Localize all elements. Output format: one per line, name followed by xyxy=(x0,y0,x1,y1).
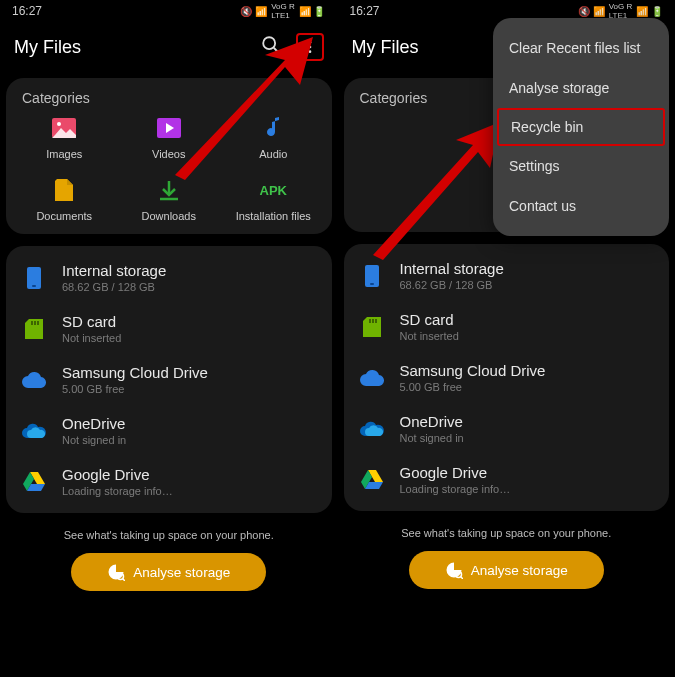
storage-gdrive[interactable]: Google DriveLoading storage info… xyxy=(6,456,332,507)
status-indicators: 🔇 📶 VoG RLTE1 📶 🔋 xyxy=(240,2,325,20)
categories-title: Categories xyxy=(22,90,326,106)
video-icon xyxy=(155,114,183,142)
category-videos[interactable]: Videos xyxy=(117,114,222,160)
svg-point-0 xyxy=(263,37,275,49)
onedrive-icon xyxy=(22,419,46,443)
storage-samsung-cloud[interactable]: Samsung Cloud Drive5.00 GB free xyxy=(6,354,332,405)
overflow-menu: Clear Recent files list Analyse storage … xyxy=(493,18,669,236)
svg-line-1 xyxy=(273,48,278,53)
more-menu-button[interactable] xyxy=(296,33,324,61)
app-title: My Files xyxy=(352,37,419,58)
sd-icon xyxy=(360,315,384,339)
storage-internal[interactable]: Internal storage68.62 GB / 128 GB xyxy=(6,252,332,303)
storage-card: Internal storage68.62 GB / 128 GB SD car… xyxy=(344,244,670,511)
download-icon xyxy=(155,176,183,204)
gdrive-icon xyxy=(22,470,46,494)
svg-point-4 xyxy=(308,50,311,53)
status-time: 16:27 xyxy=(12,4,42,18)
storage-onedrive[interactable]: OneDriveNot signed in xyxy=(344,403,670,454)
svg-line-23 xyxy=(461,577,463,579)
search-icon[interactable] xyxy=(260,34,282,60)
analyse-icon xyxy=(107,563,125,581)
menu-clear-recent[interactable]: Clear Recent files list xyxy=(493,28,669,68)
storage-gdrive[interactable]: Google DriveLoading storage info… xyxy=(344,454,670,505)
storage-onedrive[interactable]: OneDriveNot signed in xyxy=(6,405,332,456)
menu-recycle-bin[interactable]: Recycle bin xyxy=(497,108,665,146)
svg-rect-12 xyxy=(31,321,33,325)
svg-line-16 xyxy=(123,579,125,581)
svg-point-2 xyxy=(308,41,311,44)
analyse-icon xyxy=(445,561,463,579)
phone-right: 16:27 🔇 📶 VoG RLTE1 📶 🔋 My Files Categor… xyxy=(338,0,676,677)
svg-rect-13 xyxy=(34,321,36,325)
cloud-icon xyxy=(22,368,46,392)
svg-rect-11 xyxy=(32,285,36,287)
category-documents[interactable]: Documents xyxy=(12,176,117,222)
svg-rect-21 xyxy=(375,319,377,323)
status-bar: 16:27 🔇 📶 VoG RLTE1 📶 🔋 xyxy=(0,0,338,22)
menu-settings[interactable]: Settings xyxy=(493,146,669,186)
svg-rect-14 xyxy=(37,321,39,325)
category-audio[interactable]: Audio xyxy=(221,114,326,160)
document-icon xyxy=(50,176,78,204)
storage-samsung-cloud[interactable]: Samsung Cloud Drive5.00 GB free xyxy=(344,352,670,403)
onedrive-icon xyxy=(360,417,384,441)
phone-icon xyxy=(22,266,46,290)
svg-rect-20 xyxy=(372,319,374,323)
category-images[interactable]: Images xyxy=(12,114,117,160)
categories-card: Categories Images Videos Audio Documents… xyxy=(6,78,332,234)
footer-hint: See what's taking up space on your phone… xyxy=(338,527,676,539)
svg-rect-18 xyxy=(370,283,374,285)
app-header: My Files xyxy=(0,22,338,72)
apk-icon: APK xyxy=(259,176,287,204)
app-title: My Files xyxy=(14,37,81,58)
analyse-storage-button[interactable]: Analyse storage xyxy=(409,551,604,589)
phone-left: 16:27 🔇 📶 VoG RLTE1 📶 🔋 My Files Categor… xyxy=(0,0,338,677)
gdrive-icon xyxy=(360,468,384,492)
cloud-icon xyxy=(360,366,384,390)
svg-point-6 xyxy=(57,122,61,126)
phone-icon xyxy=(360,264,384,288)
svg-point-3 xyxy=(308,46,311,49)
sd-icon xyxy=(22,317,46,341)
menu-analyse-storage[interactable]: Analyse storage xyxy=(493,68,669,108)
analyse-storage-button[interactable]: Analyse storage xyxy=(71,553,266,591)
menu-contact-us[interactable]: Contact us xyxy=(493,186,669,226)
storage-sd[interactable]: SD cardNot inserted xyxy=(344,301,670,352)
category-apk[interactable]: APK Installation files xyxy=(221,176,326,222)
storage-internal[interactable]: Internal storage68.62 GB / 128 GB xyxy=(344,250,670,301)
storage-card: Internal storage68.62 GB / 128 GB SD car… xyxy=(6,246,332,513)
storage-sd[interactable]: SD cardNot inserted xyxy=(6,303,332,354)
svg-rect-19 xyxy=(369,319,371,323)
image-icon xyxy=(50,114,78,142)
category-downloads[interactable]: Downloads xyxy=(117,176,222,222)
audio-icon xyxy=(259,114,287,142)
footer-hint: See what's taking up space on your phone… xyxy=(0,529,338,541)
status-time: 16:27 xyxy=(350,4,380,18)
